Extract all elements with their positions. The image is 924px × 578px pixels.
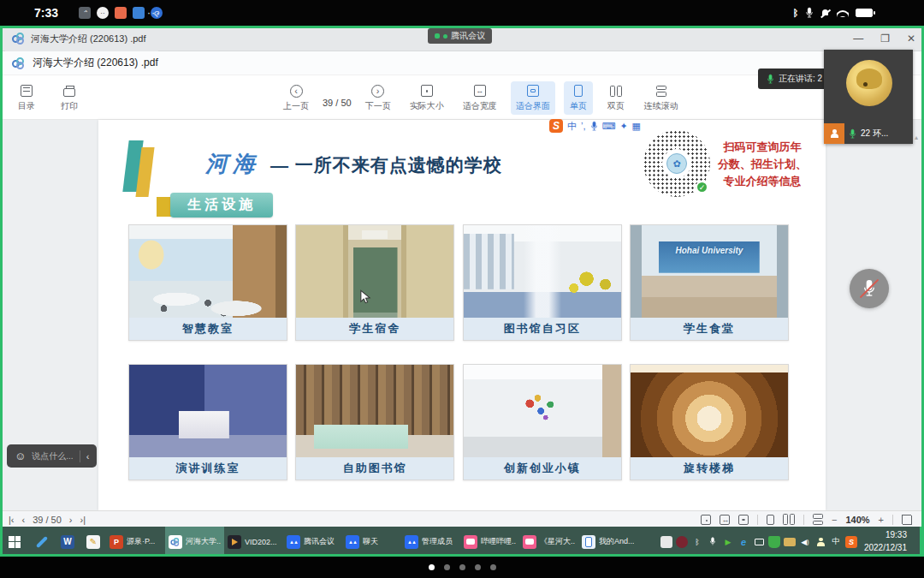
single-page-icon [574, 84, 583, 98]
double-page-icon[interactable] [783, 514, 795, 525]
actual-size-icon [421, 84, 433, 98]
pen-tool-button[interactable] [29, 527, 55, 557]
chat-collapse-arrow[interactable]: ‹ [86, 451, 90, 462]
facility-card-row-2: 演讲训练室 自助图书馆 创新创业小镇 旋转楼梯 [128, 364, 789, 480]
show-desktop-button[interactable] [920, 527, 924, 557]
taskbar-app-pdf-active[interactable]: 河海大学... [165, 527, 224, 557]
taskbar-app-powerpoint[interactable]: P 源泉·P... [106, 527, 165, 557]
chat-input-placeholder[interactable]: 说点什么... [32, 450, 73, 462]
page-dot [490, 564, 496, 570]
print-button[interactable]: 打印 [55, 81, 84, 115]
continuous-scroll-icon[interactable] [813, 514, 823, 525]
fullscreen-icon[interactable] [902, 514, 912, 525]
tray-mic-icon[interactable] [707, 536, 719, 548]
windows-logo-icon [9, 536, 21, 548]
meeting-floating-pill[interactable]: 腾讯会议 [428, 28, 492, 44]
tray-user-icon[interactable] [814, 536, 826, 548]
zoom-in-button[interactable]: + [879, 515, 884, 525]
single-page-icon[interactable] [767, 514, 774, 525]
taskbar-app-bilibili[interactable]: 哔哩哔哩... [460, 527, 519, 557]
fit-width-icon[interactable] [720, 514, 730, 525]
start-button[interactable] [0, 527, 29, 557]
tray-defender-icon[interactable] [768, 536, 780, 548]
taskbar-clock[interactable]: 19:33 2022/12/31 [864, 529, 907, 554]
taskbar-app-my-android[interactable]: 我的And... [578, 527, 637, 557]
document-tab[interactable]: 河海大学介绍 (220613) .pdf [5, 26, 158, 51]
facility-caption: 演讲训练室 [129, 457, 287, 480]
next-page-icon: › [371, 84, 384, 98]
zoom-out-button[interactable]: − [832, 515, 837, 525]
qr-center-logo: ✿ [662, 149, 691, 178]
meeting-chat-bar[interactable]: ☺ 说点什么... ‹ [7, 444, 97, 468]
close-button[interactable]: ✕ [907, 33, 915, 45]
page-dot [459, 564, 465, 570]
double-page-button[interactable]: 双页 [601, 81, 631, 115]
facility-card: 演讲训练室 [128, 364, 287, 480]
tray-sogou-icon[interactable]: S [845, 536, 857, 548]
actual-size-icon[interactable] [701, 514, 711, 525]
divider [80, 450, 80, 462]
tray-recorder-icon[interactable] [676, 536, 688, 548]
skin-icon[interactable]: ✦ [619, 122, 627, 131]
minimize-button[interactable]: — [853, 33, 863, 45]
first-page-button[interactable]: |‹ [9, 515, 15, 525]
microphone-muted-button[interactable] [850, 269, 889, 308]
tray-volume-icon[interactable]: ◀) [799, 536, 811, 548]
slide-brand-script: 河海 [205, 149, 260, 179]
battery-icon [856, 9, 873, 17]
soft-keyboard-icon[interactable]: ⌨ [602, 122, 616, 131]
taskbar-app-video-player[interactable]: VID202... [224, 527, 283, 557]
toc-icon [21, 84, 33, 98]
maximize-button[interactable]: ❐ [880, 33, 890, 45]
zoom-level[interactable]: 140% [845, 515, 869, 525]
participant-video-panel[interactable]: 22 环... [824, 50, 913, 144]
wps-docs-button[interactable]: ✎ [80, 527, 106, 557]
prev-page-button[interactable]: ‹ [22, 515, 26, 525]
taskbar-app-member-management[interactable]: ▲▲ 管理成员 [401, 527, 460, 557]
taskbar-app-bilibili-video[interactable]: 《星河大... [519, 527, 578, 557]
previous-page-button[interactable]: ‹ 上一页 [278, 81, 314, 115]
ime-mode-icon[interactable]: 中 [567, 122, 577, 131]
tray-app-icon[interactable] [660, 536, 672, 548]
facility-photo-innovation-town [464, 365, 621, 457]
status-page-nav: |‹ ‹ 39 / 50 › ›| [9, 511, 86, 527]
taskbar-date: 2022/12/31 [864, 542, 907, 555]
tray-bluetooth-icon[interactable]: ᛒ [691, 536, 703, 548]
speaking-toast-text: 正在讲话: 2 [779, 73, 822, 85]
word-button[interactable]: W [55, 527, 80, 557]
taskbar-app-tencent-meeting[interactable]: ▲▲ 腾讯会议 [283, 527, 342, 557]
video-panel-collapse-arrow[interactable]: ▴ [915, 134, 918, 141]
fit-page-button[interactable]: 适合界面 [511, 81, 555, 115]
tray-play-icon[interactable]: ▶ [722, 536, 734, 548]
actual-size-button[interactable]: 实际大小 [405, 81, 449, 115]
single-page-button[interactable]: 单页 [564, 81, 593, 115]
media-player-icon [228, 535, 241, 549]
punctuation-icon[interactable]: ’, [581, 122, 586, 131]
last-page-button[interactable]: ›| [80, 515, 86, 525]
toolbox-icon[interactable]: ▦ [632, 122, 641, 131]
toolbar-left-group: 目录 打印 [12, 81, 84, 115]
word-icon: W [61, 535, 74, 549]
tray-browser-icon[interactable]: e [737, 536, 749, 548]
next-page-button[interactable]: › 下一页 [360, 81, 396, 115]
participant-name-bar: 22 环... [824, 123, 913, 144]
mouse-cursor [359, 289, 371, 308]
fit-width-button[interactable]: 适合宽度 [458, 81, 502, 115]
tray-folder-icon[interactable] [784, 538, 796, 546]
next-page-button[interactable]: › [69, 515, 73, 525]
facility-photo-speech-training-room [129, 365, 287, 457]
phone-status-bar: 7:33 ⌃ ·· Q ··· ᛒ [0, 0, 924, 26]
voice-input-icon[interactable] [590, 121, 598, 132]
tencent-meeting-icon: ▲▲ [346, 535, 359, 549]
fit-page-icon[interactable] [738, 514, 749, 525]
participant-mic-icon [849, 128, 856, 140]
bilibili-icon [523, 535, 536, 549]
facility-photo-canteen: Hohai University [631, 225, 788, 318]
tray-display-icon[interactable] [753, 536, 765, 548]
taskbar-app-meeting-chat[interactable]: ▲▲ 聊天 [342, 527, 401, 557]
toc-button[interactable]: 目录 [12, 81, 41, 115]
continuous-scroll-button[interactable]: 连续滚动 [639, 81, 684, 115]
emoji-icon[interactable]: ☺ [15, 450, 26, 462]
tray-ime-indicator[interactable]: 中 [830, 536, 842, 548]
sogou-logo-icon[interactable]: S [549, 119, 563, 133]
